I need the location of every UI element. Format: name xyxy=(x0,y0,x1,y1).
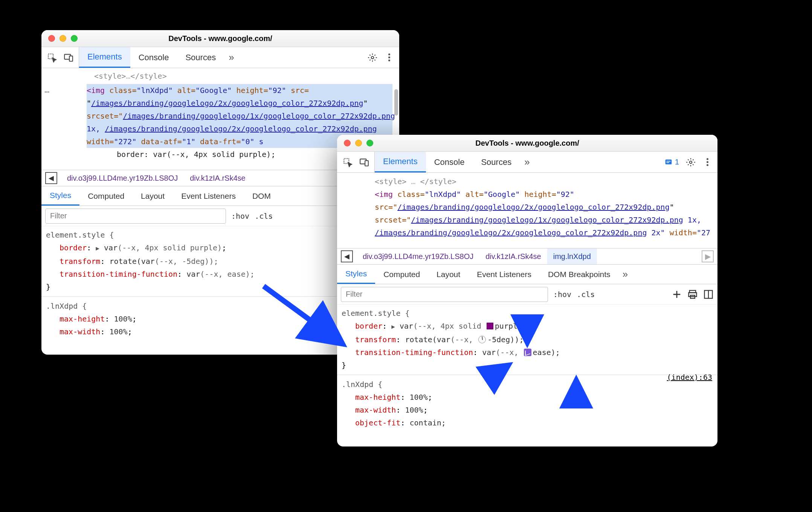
dom-tree[interactable]: <style> … </style> <img class="lnXdpd" a… xyxy=(337,173,717,248)
more-tabs-icon[interactable]: » xyxy=(224,47,238,68)
svg-rect-8 xyxy=(666,161,670,162)
kebab-menu-icon[interactable] xyxy=(702,158,712,166)
tab-console[interactable]: Console xyxy=(130,47,177,68)
titlebar: DevTools - www.google.com/ xyxy=(41,30,399,47)
window-title: DevTools - www.google.com/ xyxy=(337,139,717,148)
new-style-rule-icon[interactable] xyxy=(672,289,682,300)
svg-rect-12 xyxy=(689,293,697,297)
srcset-link-2[interactable]: /images/branding/googlelogo/2x/googlelog… xyxy=(375,228,647,237)
svg-rect-2 xyxy=(69,56,73,61)
subtab-styles[interactable]: Styles xyxy=(41,186,79,206)
dom-scrollbar[interactable] xyxy=(394,89,398,116)
breadcrumb-div1[interactable]: div.o3j99.LLD4me.yr19Zb.LS8OJ xyxy=(61,170,184,186)
subtab-computed[interactable]: Computed xyxy=(79,186,133,206)
kebab-menu-icon[interactable] xyxy=(384,53,394,61)
angle-swatch-icon[interactable] xyxy=(478,336,486,343)
hov-toggle[interactable]: :hov xyxy=(553,290,571,299)
bezier-swatch-icon[interactable] xyxy=(524,349,531,356)
expand-shorthand-icon[interactable]: ▶ xyxy=(96,242,99,255)
close-window-button[interactable] xyxy=(48,35,55,42)
color-swatch-icon[interactable] xyxy=(487,323,493,329)
main-tabbar: Elements Console Sources » xyxy=(41,47,399,68)
srcset-link-2[interactable]: /images/branding/googlelogo/2x/googlelog… xyxy=(105,124,377,133)
subtab-computed[interactable]: Computed xyxy=(375,265,428,284)
devtools-window-after: DevTools - www.google.com/ Elements Cons… xyxy=(337,135,717,446)
styles-filter-input[interactable] xyxy=(45,209,226,224)
srcset-link-1[interactable]: /images/branding/googlelogo/1x/googlelog… xyxy=(411,215,683,224)
breadcrumb-img[interactable]: img.lnXdpd xyxy=(547,248,597,264)
rule-lnxdpd: .lnXdpd { xyxy=(342,378,713,391)
subtab-layout[interactable]: Layout xyxy=(428,265,469,284)
breadcrumb-back-icon[interactable]: ◀ xyxy=(45,172,57,184)
close-window-button[interactable] xyxy=(344,140,351,146)
expand-shorthand-icon[interactable]: ▶ xyxy=(391,320,395,333)
print-media-icon[interactable] xyxy=(687,289,698,300)
tab-elements[interactable]: Elements xyxy=(79,47,130,68)
subtab-dom-breakpoints[interactable]: DOM Breakpoints xyxy=(540,265,619,284)
settings-gear-icon[interactable] xyxy=(686,157,696,167)
more-subtabs-icon[interactable]: » xyxy=(619,265,632,284)
svg-rect-9 xyxy=(666,162,669,163)
srcset-link-1[interactable]: /images/branding/googlelogo/1x/googlelog… xyxy=(123,111,395,120)
issues-button[interactable]: 1 xyxy=(664,158,679,166)
main-tabbar: Elements Console Sources » 1 xyxy=(337,152,717,173)
collapsed-tree-icon[interactable]: ⋯ xyxy=(44,85,49,98)
zoom-window-button[interactable] xyxy=(366,140,373,146)
source-link[interactable]: (index):63 xyxy=(667,371,712,384)
subtab-styles[interactable]: Styles xyxy=(337,265,375,284)
svg-point-3 xyxy=(371,56,374,59)
breadcrumb: ◀ div.o3j99.LLD4me.yr19Zb.LS8OJ div.k1zI… xyxy=(337,248,717,265)
subtab-event-listeners[interactable]: Event Listeners xyxy=(173,186,244,206)
styles-pane[interactable]: element.style { border: ▶ var(--x, 4px s… xyxy=(337,305,717,434)
cls-toggle[interactable]: .cls xyxy=(577,290,595,299)
device-toolbar-icon[interactable] xyxy=(64,53,73,62)
src-link[interactable]: /images/branding/googlelogo/2x/googlelog… xyxy=(91,99,363,108)
styles-subtabs: Styles Computed Layout Event Listeners D… xyxy=(337,265,717,284)
window-title: DevTools - www.google.com/ xyxy=(41,34,399,43)
breadcrumb-forward-icon[interactable]: ▶ xyxy=(702,250,714,262)
inspect-icon[interactable] xyxy=(47,53,57,62)
tab-sources[interactable]: Sources xyxy=(473,152,520,172)
minimize-window-button[interactable] xyxy=(355,140,362,146)
minimize-window-button[interactable] xyxy=(60,35,66,42)
svg-rect-6 xyxy=(365,160,368,166)
subtab-dom-breakpoints[interactable]: DOM xyxy=(244,186,274,206)
svg-rect-7 xyxy=(665,159,672,164)
more-tabs-icon[interactable]: » xyxy=(520,152,534,172)
computed-toggle-icon[interactable] xyxy=(703,289,714,300)
rule-element-style: element.style { xyxy=(342,307,713,320)
tab-sources[interactable]: Sources xyxy=(177,47,224,68)
breadcrumb-back-icon[interactable]: ◀ xyxy=(341,250,353,262)
subtab-event-listeners[interactable]: Event Listeners xyxy=(469,265,540,284)
breadcrumb-div2[interactable]: div.k1zIA.rSk4se xyxy=(184,170,251,186)
breadcrumb-div2[interactable]: div.k1zIA.rSk4se xyxy=(479,248,547,264)
hov-toggle[interactable]: :hov xyxy=(231,212,249,221)
styles-filter-input[interactable] xyxy=(341,287,548,302)
styles-filter-row: :hov .cls xyxy=(337,284,717,305)
breadcrumb-div1[interactable]: div.o3j99.LLD4me.yr19Zb.LS8OJ xyxy=(357,248,479,264)
tab-console[interactable]: Console xyxy=(426,152,473,172)
subtab-layout[interactable]: Layout xyxy=(133,186,173,206)
tab-elements[interactable]: Elements xyxy=(375,152,426,172)
cls-toggle[interactable]: .cls xyxy=(255,212,273,221)
inspect-icon[interactable] xyxy=(343,157,353,167)
src-link[interactable]: /images/branding/googlelogo/2x/googlelog… xyxy=(397,203,669,212)
titlebar: DevTools - www.google.com/ xyxy=(337,135,717,152)
settings-gear-icon[interactable] xyxy=(368,53,377,62)
svg-point-10 xyxy=(690,161,692,163)
device-toolbar-icon[interactable] xyxy=(359,157,369,167)
zoom-window-button[interactable] xyxy=(71,35,78,42)
